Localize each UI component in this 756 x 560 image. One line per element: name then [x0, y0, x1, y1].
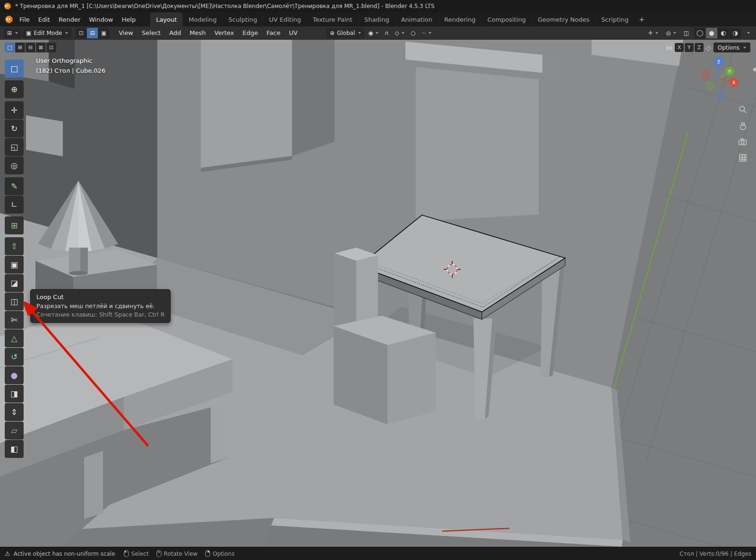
- tab-animation[interactable]: Animation: [395, 12, 438, 26]
- shading-solid[interactable]: ●: [706, 28, 717, 38]
- falloff-dropdown[interactable]: ~: [419, 28, 434, 38]
- sidebar-collapse-arrow-icon[interactable]: [753, 67, 756, 72]
- tool-extrude-region[interactable]: ⇧: [5, 237, 24, 255]
- mode-dropdown[interactable]: ▣ Edit Mode: [23, 28, 71, 38]
- workspace-tabs: LayoutModelingSculptingUV EditingTexture…: [150, 12, 634, 26]
- select-op-group: □⊞⊟⊠⊡: [5, 43, 56, 52]
- select-op-subtract[interactable]: ⊟: [26, 43, 35, 52]
- tool-bevel[interactable]: ◪: [5, 274, 24, 292]
- snap-toggle[interactable]: ∩: [382, 28, 391, 38]
- shading-dropdown[interactable]: [744, 28, 752, 38]
- tool-icon: ▣: [10, 260, 18, 269]
- tool-spin[interactable]: ↺: [5, 348, 24, 366]
- tab-modeling[interactable]: Modeling: [182, 12, 222, 26]
- mouse-icon: [124, 550, 129, 557]
- tool-move[interactable]: ✛: [5, 101, 24, 119]
- tab-scripting[interactable]: Scripting: [595, 12, 635, 26]
- menu-file[interactable]: File: [15, 12, 34, 26]
- tab-compositing[interactable]: Compositing: [481, 12, 532, 26]
- tool-icon: ◱: [10, 142, 18, 152]
- tool-cursor[interactable]: ⊕: [5, 80, 24, 98]
- tool-select-box[interactable]: □: [5, 60, 24, 78]
- camera-view-button[interactable]: [737, 136, 748, 147]
- menu-help[interactable]: Help: [118, 12, 140, 26]
- edit-mode-cube-icon: ▣: [26, 30, 31, 36]
- tool-rotate[interactable]: ↻: [5, 120, 24, 138]
- axis-neg-x-ball[interactable]: [702, 71, 709, 78]
- shading-wireframe[interactable]: ◯: [694, 28, 705, 38]
- mirror-y-button[interactable]: Y: [685, 43, 694, 52]
- tool-shrink-fatten[interactable]: ⇕: [5, 403, 24, 421]
- mirror-x-button[interactable]: X: [675, 43, 684, 52]
- menu-window[interactable]: Window: [85, 12, 117, 26]
- tool-transform[interactable]: ◎: [5, 156, 24, 174]
- shading-material[interactable]: ◐: [718, 28, 729, 38]
- select-op-set[interactable]: □: [5, 43, 15, 52]
- tool-knife[interactable]: ✄: [5, 311, 24, 329]
- xray-toggle[interactable]: ◫: [681, 28, 691, 38]
- tab-texture-paint[interactable]: Texture Paint: [307, 12, 358, 26]
- proportional-editing-toggle[interactable]: ○: [408, 28, 418, 38]
- zoom-button[interactable]: [737, 104, 748, 115]
- select-op-invert[interactable]: ⊠: [36, 43, 46, 52]
- select-op-intersect[interactable]: ⊡: [46, 43, 56, 52]
- header-menu-item[interactable]: Face: [262, 28, 284, 38]
- perspective-ortho-button[interactable]: [737, 152, 748, 164]
- select-mode-vertex[interactable]: ⊡: [76, 28, 86, 38]
- hint-label: Rotate View: [164, 551, 198, 557]
- tool-loop-cut[interactable]: ◫: [5, 293, 24, 310]
- header-menu-item[interactable]: Select: [137, 28, 165, 38]
- tab-shading[interactable]: Shading: [358, 12, 395, 26]
- options-dropdown[interactable]: Options: [713, 43, 750, 52]
- header-menu-item[interactable]: Vertex: [210, 28, 239, 38]
- pan-hand-button[interactable]: [737, 120, 748, 131]
- header-menu-item[interactable]: Add: [165, 28, 185, 38]
- axis-neg-y-ball[interactable]: [706, 82, 713, 89]
- select-mode-edge[interactable]: ⊟: [87, 28, 98, 38]
- tool-icon: ⊕: [11, 85, 17, 94]
- tab-layout[interactable]: Layout: [150, 12, 182, 26]
- tooltip-shortcut: Сочетание клавиш: Shift Space Bar, Ctrl …: [36, 311, 164, 318]
- tool-inset-faces[interactable]: ▣: [5, 256, 24, 274]
- tool-icon: ◧: [10, 444, 18, 454]
- tab-uv-editing[interactable]: UV Editing: [263, 12, 307, 26]
- menu-edit[interactable]: Edit: [34, 12, 54, 26]
- tab-geometry-nodes[interactable]: Geometry Nodes: [532, 12, 595, 26]
- warning-text: Active object has non-uniform scale: [14, 551, 115, 557]
- tool-rip-region[interactable]: ◧: [5, 440, 24, 458]
- tool-annotate[interactable]: ✎: [5, 177, 24, 195]
- editor-type-button[interactable]: ⊞: [4, 28, 21, 38]
- tool-measure[interactable]: ∟: [5, 196, 24, 214]
- tool-icon: ◫: [10, 297, 18, 306]
- menu-render[interactable]: Render: [54, 12, 85, 26]
- header-menu-item[interactable]: View: [114, 28, 137, 38]
- show-overlays-dropdown[interactable]: ◎: [663, 28, 678, 38]
- show-gizmo-dropdown[interactable]: ✛: [646, 28, 661, 38]
- add-workspace-button[interactable]: +: [634, 12, 649, 26]
- orientation-dropdown[interactable]: ⊕ Global: [326, 28, 364, 38]
- header-menu-item[interactable]: Mesh: [185, 28, 210, 38]
- tool-smooth[interactable]: ●: [5, 366, 24, 384]
- header-menu-item[interactable]: UV: [284, 28, 301, 38]
- navigation-gizmo[interactable]: Z Y X: [694, 49, 746, 101]
- shading-rendered[interactable]: ◑: [730, 28, 741, 38]
- tab-sculpting[interactable]: Sculpting: [222, 12, 263, 26]
- mirror-z-button[interactable]: Z: [695, 43, 704, 52]
- tool-poly-build[interactable]: △: [5, 329, 24, 347]
- blender-menu-icon[interactable]: [5, 15, 13, 24]
- tool-scale[interactable]: ◱: [5, 138, 24, 156]
- tool-edge-slide[interactable]: ◨: [5, 385, 24, 403]
- tab-rendering[interactable]: Rendering: [438, 12, 481, 26]
- statistics-text: Стол | Verts:0/96 | Edges: [679, 551, 751, 557]
- tool-add-cube[interactable]: ⊞: [5, 216, 24, 234]
- viewport[interactable]: □⊞⊟⊠⊡ ⋈ XYZ ◇ Options □ ⊕ ✛ ↻ ◱ ◎: [0, 40, 756, 547]
- tool-shear[interactable]: ▱: [5, 422, 24, 439]
- pivot-dropdown[interactable]: ◉: [366, 28, 380, 38]
- xray-icon: ◫: [684, 30, 689, 36]
- header-menu-item[interactable]: Edge: [238, 28, 262, 38]
- select-op-extend[interactable]: ⊞: [15, 43, 25, 52]
- axis-neg-z-ball[interactable]: [717, 92, 724, 99]
- snap-target-dropdown[interactable]: ◇: [393, 28, 407, 38]
- viewport-header: ⊞ ▣ Edit Mode ⊡⊟▣ ViewSelectAddMeshVerte…: [0, 26, 756, 40]
- select-mode-face[interactable]: ▣: [98, 28, 109, 38]
